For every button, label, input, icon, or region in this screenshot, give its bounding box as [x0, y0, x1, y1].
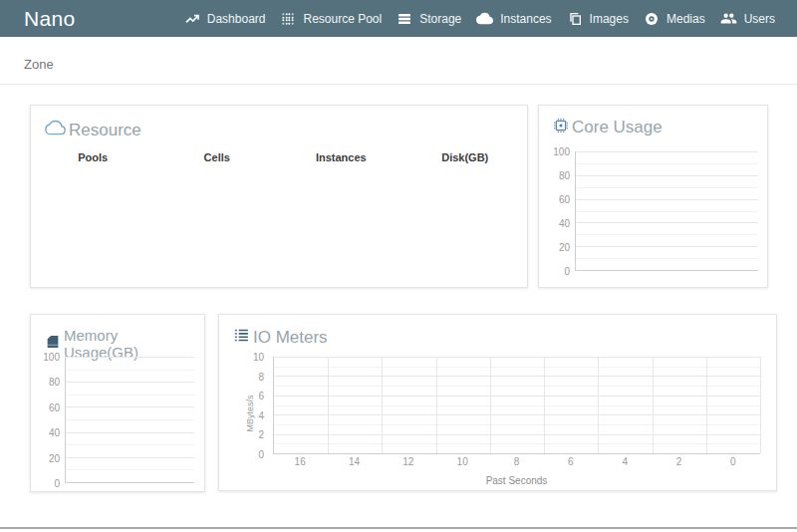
y-tick-label: 8 — [258, 371, 264, 382]
copy-icon — [567, 11, 583, 27]
x-tick-label: 12 — [402, 456, 413, 467]
v-gridline — [760, 357, 761, 453]
resource-panel: Resource Pools Cells Instances Disk(GB) — [30, 105, 528, 288]
h-gridline-minor — [66, 370, 194, 371]
plot-area — [273, 357, 760, 454]
x-axis-labels: 1614121086420 — [273, 456, 760, 470]
nav-item-users[interactable]: Users — [720, 10, 775, 27]
io-meters-chart: MBytes/s 1086420 1614121086420 Past Seco… — [233, 357, 760, 486]
nav-item-storage[interactable]: Storage — [397, 11, 461, 27]
v-gridline — [490, 357, 491, 453]
cloud-outline-icon — [45, 118, 66, 142]
x-tick-label: 6 — [568, 456, 574, 467]
brand-logo[interactable]: Nano — [0, 7, 75, 31]
core-usage-panel: Core Usage 100806040200 — [538, 105, 768, 288]
y-tick-label: 40 — [559, 218, 570, 229]
y-tick-label: 80 — [559, 170, 570, 181]
v-gridline — [598, 357, 599, 453]
resource-table-header: Pools Cells Instances Disk(GB) — [31, 151, 527, 163]
core-usage-panel-header: Core Usage — [539, 106, 767, 139]
y-tick-label: 100 — [43, 352, 60, 363]
h-gridline-minor — [66, 395, 194, 396]
h-gridline — [66, 406, 194, 407]
nav-item-images[interactable]: Images — [567, 11, 629, 27]
nav-item-label: Storage — [419, 12, 461, 26]
x-tick-label: 16 — [295, 456, 306, 467]
x-tick-label: 10 — [457, 456, 468, 467]
y-tick-label: 40 — [49, 427, 60, 438]
y-axis-labels: 1086420 — [245, 357, 267, 454]
y-tick-label: 2 — [258, 429, 264, 440]
nav-item-instances[interactable]: Instances — [476, 10, 551, 27]
nav-item-medias[interactable]: Medias — [644, 11, 705, 27]
h-gridline-minor — [66, 419, 194, 420]
y-axis-labels: 100806040200 — [547, 151, 573, 271]
panel-title: IO Meters — [253, 328, 328, 348]
resource-panel-header: Resource — [31, 106, 527, 144]
h-gridline-minor — [274, 386, 760, 387]
v-gridline — [436, 357, 437, 453]
list-icon — [233, 327, 250, 348]
h-gridline — [66, 357, 194, 358]
h-gridline — [66, 432, 194, 433]
y-tick-label: 0 — [564, 266, 570, 277]
v-gridline — [653, 357, 654, 453]
nav-item-dashboard[interactable]: Dashboard — [184, 11, 266, 27]
h-gridline — [274, 414, 760, 415]
y-tick-label: 0 — [54, 478, 60, 489]
h-gridline — [274, 357, 760, 358]
h-gridline-minor — [576, 258, 758, 259]
nav-items: Dashboard Resource Pool Storage — [184, 10, 797, 27]
memory-usage-panel: Memory Usage(GB) 100806040200 — [30, 314, 205, 492]
column-header-disk: Disk(GB) — [403, 151, 528, 163]
h-gridline — [274, 376, 760, 377]
x-tick-label: 4 — [622, 456, 628, 467]
panel-title: Core Usage — [572, 118, 663, 137]
y-tick-label: 60 — [49, 401, 60, 412]
h-gridline — [66, 457, 194, 458]
y-tick-label: 4 — [258, 409, 264, 420]
h-gridline — [576, 199, 758, 200]
h-gridline — [576, 246, 758, 247]
disc-icon — [644, 11, 660, 27]
trend-chart-icon — [184, 11, 200, 27]
y-tick-label: 20 — [559, 242, 570, 253]
y-axis-labels: 100806040200 — [37, 357, 63, 483]
y-tick-label: 6 — [258, 391, 264, 401]
h-gridline-minor — [66, 444, 194, 445]
core-usage-chart: 100806040200 — [547, 151, 758, 271]
io-meters-panel-header: IO Meters — [219, 315, 776, 350]
nav-item-label: Dashboard — [207, 12, 266, 26]
nav-item-resource-pool[interactable]: Resource Pool — [280, 11, 382, 27]
y-tick-label: 80 — [49, 377, 60, 388]
v-gridline — [328, 357, 329, 453]
plot-area — [65, 357, 194, 483]
cloud-icon — [476, 10, 493, 27]
column-header-pools: Pools — [31, 151, 155, 163]
column-header-instances: Instances — [279, 151, 403, 163]
y-tick-label: 10 — [253, 352, 264, 363]
v-gridline — [706, 357, 707, 453]
h-gridline-minor — [274, 443, 760, 444]
panel-title: Resource — [69, 121, 141, 140]
h-gridline-minor — [576, 187, 758, 188]
y-tick-label: 20 — [49, 452, 60, 463]
v-gridline — [382, 357, 383, 453]
footer-divider — [0, 527, 797, 529]
h-gridline-minor — [274, 367, 760, 368]
y-tick-label: 0 — [258, 449, 264, 460]
h-gridline-minor — [576, 234, 758, 235]
h-gridline — [274, 396, 760, 397]
nav-item-label: Images — [590, 12, 629, 26]
h-gridline — [576, 222, 758, 223]
memory-usage-chart: 100806040200 — [37, 357, 194, 483]
zone-breadcrumb: Zone — [24, 57, 54, 72]
zone-breadcrumb-row: Zone — [0, 37, 797, 85]
h-gridline-minor — [576, 211, 758, 212]
h-gridline-minor — [274, 424, 760, 425]
stacked-bars-icon — [397, 11, 412, 27]
x-tick-label: 14 — [349, 456, 360, 467]
nav-item-label: Instances — [500, 12, 551, 26]
nav-item-label: Users — [744, 12, 775, 26]
h-gridline — [576, 175, 758, 176]
